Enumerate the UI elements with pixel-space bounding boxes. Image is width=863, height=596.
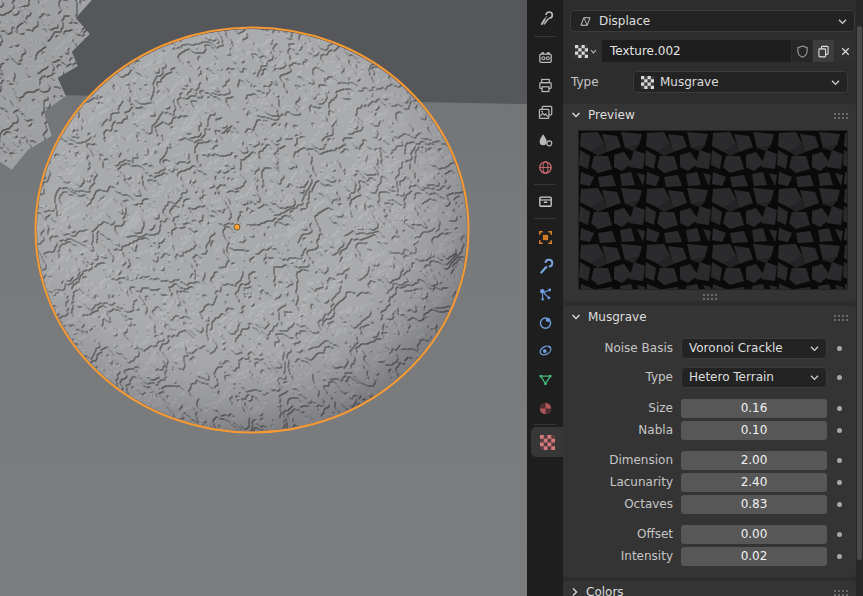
chevron-down-icon	[831, 79, 840, 86]
tab-view-layer-properties[interactable]	[527, 98, 563, 126]
panel-drag-handle[interactable]	[833, 589, 848, 596]
chevron-down-icon	[571, 111, 581, 119]
scene-icon	[537, 132, 554, 149]
octaves-value: 0.83	[741, 497, 768, 511]
tab-separator	[534, 424, 556, 425]
tab-separator	[534, 184, 556, 185]
panel-drag-handle[interactable]	[833, 314, 848, 321]
chevron-down-icon	[571, 313, 581, 321]
animate-property-dot[interactable]	[837, 406, 842, 411]
texture-name: Texture.002	[610, 44, 681, 58]
scrollbar-thumb[interactable]	[857, 26, 862, 560]
physics-orbit-icon	[537, 314, 554, 331]
animate-property-dot[interactable]	[837, 346, 842, 351]
animate-property-dot[interactable]	[837, 375, 842, 380]
checker-icon	[575, 45, 588, 58]
tab-object-properties[interactable]	[527, 223, 563, 251]
preview-resize-handle[interactable]	[702, 293, 717, 300]
chevron-down-icon	[838, 18, 847, 25]
noise-basis-dropdown[interactable]: Voronoi Crackle	[681, 338, 827, 359]
tab-collection-properties[interactable]	[527, 187, 563, 215]
object-square-icon	[537, 229, 554, 246]
tab-tool-properties[interactable]	[527, 4, 563, 32]
particles-icon	[537, 286, 554, 303]
shield-icon	[795, 44, 810, 59]
musgrave-type-value: Hetero Terrain	[689, 370, 774, 384]
offset-value: 0.00	[741, 527, 768, 541]
lacunarity-value: 2.40	[741, 475, 768, 489]
animate-property-dot[interactable]	[837, 554, 842, 559]
nabla-number-field[interactable]: 0.10	[681, 421, 827, 440]
tab-particle-properties[interactable]	[527, 280, 563, 308]
dimension-label: Dimension	[563, 453, 673, 467]
layers-image-icon	[537, 104, 554, 121]
musgrave-panel: Musgrave Noise Basis Voronoi Crackle Typ…	[563, 306, 856, 577]
colors-panel: Colors	[563, 581, 856, 596]
tab-scene-properties[interactable]	[527, 126, 563, 154]
texture-type-label: Type	[571, 75, 599, 89]
tool-icon	[537, 10, 554, 27]
dimension-number-field[interactable]: 2.00	[681, 451, 827, 470]
size-label: Size	[563, 401, 673, 415]
tab-physics-properties[interactable]	[527, 308, 563, 336]
collection-box-icon	[537, 193, 554, 210]
offset-label: Offset	[563, 527, 673, 541]
blender-window: Displace	[0, 0, 863, 596]
chevron-right-icon	[571, 587, 579, 596]
lacunarity-number-field[interactable]: 2.40	[681, 473, 827, 492]
panel-scrollbar[interactable]	[856, 0, 863, 596]
intensity-row: Intensity 0.02	[563, 545, 856, 567]
material-sphere-icon	[537, 400, 554, 417]
new-texture-copy-button[interactable]	[813, 40, 834, 62]
octaves-label: Octaves	[563, 497, 673, 511]
intensity-label: Intensity	[563, 549, 673, 563]
intensity-number-field[interactable]: 0.02	[681, 547, 827, 566]
animate-property-dot[interactable]	[837, 458, 842, 463]
texture-context-row: Displace	[570, 10, 855, 32]
musgrave-panel-header[interactable]: Musgrave	[563, 306, 856, 328]
colors-panel-header[interactable]: Colors	[563, 581, 856, 596]
render-camera-icon	[537, 49, 554, 66]
tab-texture-properties-active[interactable]	[531, 427, 563, 457]
world-globe-icon	[537, 159, 554, 176]
duplicate-icon	[816, 44, 831, 59]
fake-user-toggle[interactable]	[792, 40, 812, 62]
octaves-number-field[interactable]: 0.83	[681, 495, 827, 514]
chevron-down-icon	[810, 345, 819, 352]
preview-panel-header[interactable]: Preview	[563, 104, 856, 126]
noise-basis-value: Voronoi Crackle	[689, 341, 783, 355]
musgrave-type-label: Type	[563, 370, 673, 384]
animate-property-dot[interactable]	[837, 480, 842, 485]
animate-property-dot[interactable]	[837, 428, 842, 433]
texture-type-value: Musgrave	[660, 75, 719, 89]
texture-name-field[interactable]: Texture.002	[602, 40, 791, 62]
animate-property-dot[interactable]	[837, 502, 842, 507]
tab-object-data-properties[interactable]	[527, 365, 563, 393]
unlink-texture-button[interactable]	[835, 40, 855, 62]
tab-material-properties[interactable]	[527, 394, 563, 422]
animate-property-dot[interactable]	[837, 532, 842, 537]
octaves-row: Octaves 0.83	[563, 493, 856, 515]
preview-panel: Preview	[563, 104, 856, 301]
tab-modifier-properties[interactable]	[527, 252, 563, 280]
properties-tab-bar	[527, 0, 563, 596]
texture-context-dropdown[interactable]: Displace	[570, 10, 855, 32]
noise-basis-row: Noise Basis Voronoi Crackle	[563, 337, 856, 359]
size-value: 0.16	[741, 401, 768, 415]
3d-viewport[interactable]	[0, 0, 527, 596]
noise-basis-label: Noise Basis	[563, 341, 673, 355]
browse-texture-button[interactable]	[570, 40, 601, 62]
intensity-value: 0.02	[741, 549, 768, 563]
size-number-field[interactable]: 0.16	[681, 399, 827, 418]
tab-render-properties[interactable]	[527, 43, 563, 71]
texture-type-dropdown[interactable]: Musgrave	[633, 71, 848, 93]
tab-world-properties[interactable]	[527, 153, 563, 181]
constraint-icon	[537, 342, 554, 359]
tab-constraint-properties[interactable]	[527, 336, 563, 364]
sphere-shading	[37, 29, 467, 431]
nabla-label: Nabla	[563, 423, 673, 437]
tab-output-properties[interactable]	[527, 71, 563, 99]
panel-drag-handle[interactable]	[833, 112, 848, 119]
offset-number-field[interactable]: 0.00	[681, 525, 827, 544]
musgrave-type-dropdown[interactable]: Hetero Terrain	[681, 367, 827, 388]
